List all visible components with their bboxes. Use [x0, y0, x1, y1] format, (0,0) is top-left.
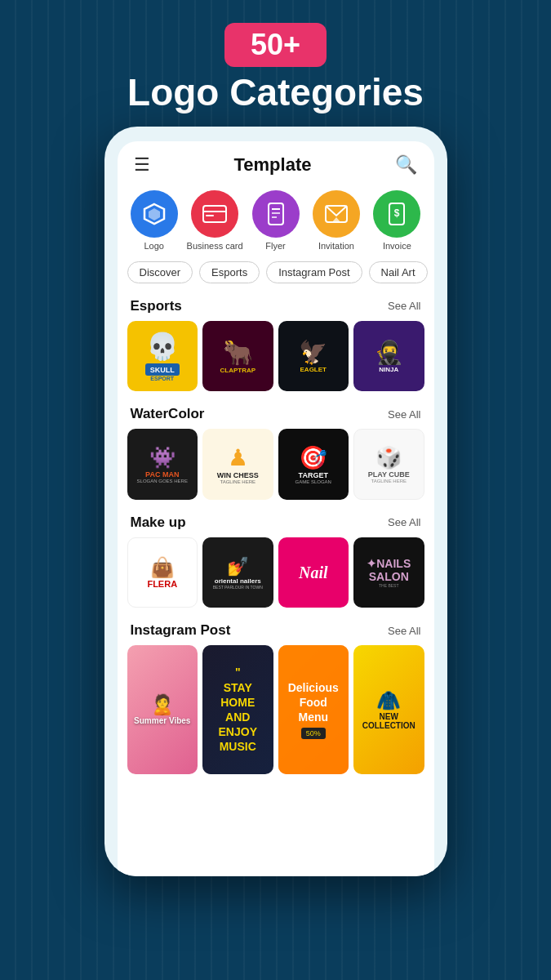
- category-row: Logo Business card Flyer: [118, 184, 434, 255]
- watercolor-title: WaterColor: [131, 406, 205, 422]
- instagram-grid: 🙎 Summer Vibes "STAYHOMEANDENJOYMUSIC De…: [118, 645, 434, 773]
- watercolor-card-cube[interactable]: 🎲 PLAY CUBE TAGLINE HERE: [353, 429, 424, 500]
- instagram-card-music[interactable]: "STAYHOMEANDENJOYMUSIC: [202, 645, 273, 773]
- search-icon[interactable]: 🔍: [395, 154, 417, 176]
- esports-card-skull[interactable]: 💀 SKULL ESPORT: [127, 321, 198, 392]
- instagram-title: Instagram Post: [131, 622, 231, 639]
- instagram-card-food[interactable]: DeliciousFood Menu 50%: [278, 645, 349, 773]
- invitation-icon: [313, 190, 360, 238]
- watercolor-section-header: WaterColor See All: [118, 398, 434, 429]
- category-invitation-label: Invitation: [318, 241, 354, 252]
- svg-marker-10: [331, 217, 341, 223]
- category-business-card[interactable]: Business card: [186, 190, 243, 252]
- watercolor-card-pacman[interactable]: 👾 PAC MAN SLOGAN GOES HERE: [127, 429, 198, 500]
- esports-grid: 💀 SKULL ESPORT 🐂 CLAPTRAP: [118, 321, 434, 399]
- category-invoice-label: Invoice: [383, 241, 411, 252]
- phone-screen: ☰ Template 🔍 Logo Business card: [118, 141, 434, 876]
- header-title: Logo Categories: [16, 72, 535, 114]
- watercolor-see-all[interactable]: See All: [388, 408, 420, 421]
- logo-icon: [131, 190, 178, 238]
- esports-card-ninja[interactable]: 🥷 NINJA: [353, 321, 424, 392]
- svg-marker-1: [149, 208, 160, 220]
- category-flyer-label: Flyer: [265, 241, 285, 252]
- esports-card-eaglet[interactable]: 🦅 EAGLET: [278, 321, 349, 392]
- instagram-see-all[interactable]: See All: [388, 625, 420, 637]
- svg-rect-5: [269, 203, 283, 225]
- svg-rect-2: [203, 206, 226, 222]
- esports-see-all[interactable]: See All: [388, 300, 420, 312]
- invoice-icon: $: [373, 190, 420, 238]
- esports-card-claptrap[interactable]: 🐂 CLAPTRAP: [202, 321, 273, 392]
- filter-instagram[interactable]: Instagram Post: [266, 261, 362, 283]
- watercolor-card-target[interactable]: 🎯 TARGET GAME SLOGAN: [278, 429, 349, 500]
- svg-rect-4: [206, 215, 214, 216]
- makeup-card-oriental[interactable]: 💅 oriental nailers BEST PARLOUR IN TOWN: [202, 537, 273, 608]
- watercolor-grid: 👾 PAC MAN SLOGAN GOES HERE ♟ WIN CHESS T…: [118, 429, 434, 506]
- filter-row: Discover Esports Instagram Post Nail Art…: [118, 255, 434, 290]
- category-business-label: Business card: [187, 241, 243, 252]
- filter-discover[interactable]: Discover: [127, 261, 193, 283]
- filter-nail-art[interactable]: Nail Art: [369, 261, 428, 283]
- makeup-grid: 👜 FLERA 💅 oriental nailers BEST PARLOUR …: [118, 537, 434, 615]
- flyer-icon: [252, 190, 300, 238]
- makeup-card-nails-salon[interactable]: ✦NAILSSALON THE BEST: [353, 537, 424, 608]
- header: 50+ Logo Categories: [0, 0, 551, 127]
- filter-esports[interactable]: Esports: [199, 261, 260, 283]
- svg-text:$: $: [394, 207, 400, 219]
- makeup-see-all[interactable]: See All: [388, 516, 420, 528]
- business-card-icon: [191, 190, 238, 238]
- instagram-section-header: Instagram Post See All: [118, 614, 434, 645]
- category-logo-label: Logo: [144, 241, 163, 252]
- esports-title: Esports: [131, 298, 182, 314]
- makeup-title: Make up: [131, 514, 186, 531]
- nav-title: Template: [234, 154, 312, 176]
- category-invitation[interactable]: Invitation: [308, 190, 365, 252]
- menu-icon[interactable]: ☰: [134, 154, 150, 176]
- nav-bar: ☰ Template 🔍: [118, 141, 434, 184]
- makeup-card-flera[interactable]: 👜 FLERA: [127, 537, 198, 608]
- badge: 50+: [224, 23, 327, 67]
- category-invoice[interactable]: $ Invoice: [368, 190, 425, 252]
- esports-section-header: Esports See All: [118, 290, 434, 321]
- phone-mockup: ☰ Template 🔍 Logo Business card: [104, 127, 447, 876]
- instagram-card-summer[interactable]: 🙎 Summer Vibes: [127, 645, 198, 773]
- watercolor-card-chess[interactable]: ♟ WIN CHESS TAGLINE HERE: [202, 429, 273, 500]
- makeup-section-header: Make up See All: [118, 506, 434, 537]
- phone-wrapper: ☰ Template 🔍 Logo Business card: [0, 127, 551, 876]
- makeup-card-nail[interactable]: Nail: [278, 537, 349, 608]
- instagram-card-collection[interactable]: 🧥 NEWCOLLECTION: [353, 645, 424, 773]
- category-logo[interactable]: Logo: [126, 190, 183, 252]
- category-flyer[interactable]: Flyer: [247, 190, 304, 252]
